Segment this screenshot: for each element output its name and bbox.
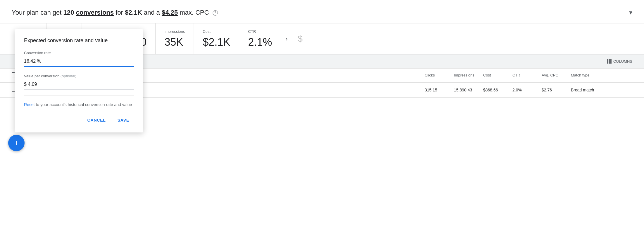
columns-button[interactable]: COLUMNS [607,59,632,64]
stat-impressions: Impressions 35K [156,23,194,54]
td-match-type: Broad match [568,88,632,92]
conversion-rate-input-wrapper[interactable] [24,57,134,67]
th-impressions: Impressions [451,73,480,77]
header-text: Your plan can get 120 conversions for $2… [12,8,218,17]
stat-ctr-label: CTR [248,29,272,34]
th-avg-cpc: Avg. CPC [539,73,568,77]
th-cost: Cost [480,73,509,77]
help-icon[interactable]: ? [213,10,218,16]
header-mid: for [116,9,125,16]
reset-link[interactable]: Reset [24,102,35,107]
stat-ctr-value: 2.1% [248,36,272,48]
header-bar: Your plan can get 120 conversions for $2… [0,0,644,23]
td-ctr: 2.0% [509,88,539,92]
popup-divider [24,96,134,96]
th-clicks: Clicks [422,73,451,77]
header-prefix: Your plan can get [12,9,63,16]
columns-icon [607,59,612,64]
stat-cost-label: Cost [203,29,230,34]
fab-plus-icon: + [14,138,19,148]
popup-actions: CANCEL SAVE [24,115,134,125]
td-cost: $868.66 [480,88,509,92]
reset-text-body: to your account's historical conversion … [36,102,132,107]
header-max-cpc: $4.25 [162,9,178,16]
value-per-conversion-input[interactable] [24,81,134,88]
conversion-rate-label: Conversion rate [24,51,134,55]
stat-cost-value: $2.1K [203,36,230,48]
th-ctr: CTR [509,73,539,77]
header-suffix: max. CPC [180,9,209,16]
td-impressions: 15,890.43 [451,88,480,92]
popup-card: Expected conversion rate and value Conve… [15,29,143,132]
popup-overlay: Expected conversion rate and value Conve… [15,29,143,132]
popup-reset-text: Reset to your account's historical conve… [24,102,134,108]
conversions-count: 120 [63,9,74,16]
stat-impressions-value: 35K [164,36,185,48]
th-match-type: Match type [568,73,632,77]
conversion-rate-input[interactable] [24,57,134,65]
stat-dollar-icon: $ [292,23,309,54]
stat-cost: Cost $2.1K [194,23,239,54]
td-avg-cpc: $2.76 [539,88,568,92]
fab-button[interactable]: + [8,135,25,151]
cancel-button[interactable]: CANCEL [83,115,111,125]
value-per-conversion-label: Value per conversion (optional) [24,74,134,78]
main-container: Your plan can get 120 conversions for $2… [0,0,644,252]
stat-impressions-label: Impressions [164,29,185,34]
chevron-down-icon[interactable]: ▾ [629,9,632,16]
popup-title: Expected conversion rate and value [24,38,134,44]
header-mid2: and a [144,9,162,16]
value-per-conversion-input-wrapper[interactable] [24,81,134,90]
stat-ctr: CTR 2.1% [239,23,281,54]
columns-label: COLUMNS [613,59,632,64]
header-cost: $2.1K [125,9,142,16]
save-button[interactable]: SAVE [113,115,134,125]
stats-nav-arrow[interactable]: › [281,23,292,54]
conversions-label: conversions [76,9,114,16]
td-clicks: 315.15 [422,88,451,92]
